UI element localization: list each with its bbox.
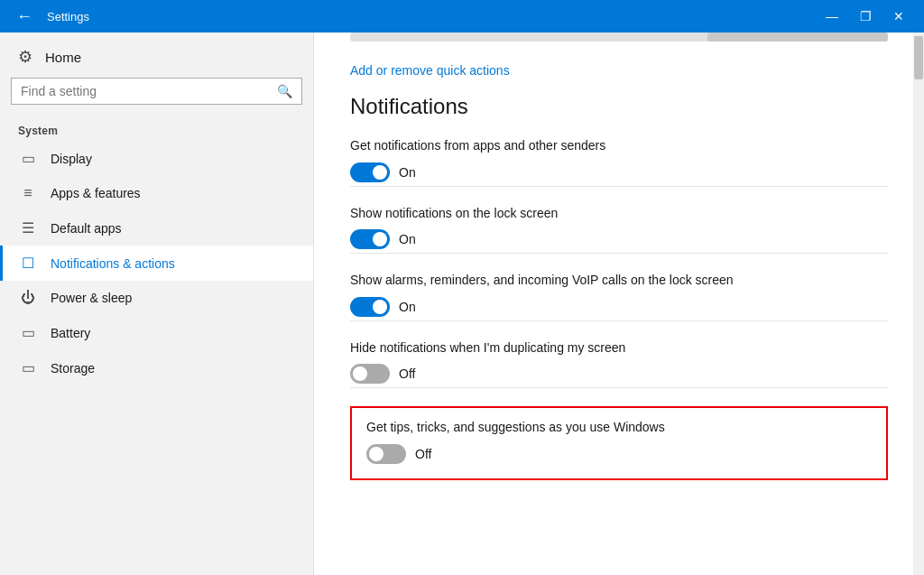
toggle-state-1: On (399, 232, 416, 246)
divider-0 (350, 186, 888, 187)
restore-button[interactable]: ❐ (851, 7, 881, 25)
scrollbar-thumb[interactable] (914, 36, 923, 79)
divider-1 (350, 253, 888, 254)
toggle-row-4: Off (366, 444, 872, 464)
toggle-hide-duplicating[interactable] (350, 364, 390, 384)
divider-2 (350, 320, 888, 321)
battery-icon: ▭ (18, 324, 38, 341)
divider-3 (350, 387, 888, 388)
search-icon: 🔍 (277, 84, 292, 98)
search-input[interactable] (21, 84, 270, 98)
setting-label-3: Hide notifications when I'm duplicating … (350, 339, 888, 357)
toggle-row-0: On (350, 162, 888, 182)
setting-notifications-lock-screen: Show notifications on the lock screen On (350, 205, 888, 255)
toggle-lock-screen[interactable] (350, 229, 390, 249)
sidebar-item-display[interactable]: ▭ Display (0, 141, 313, 176)
sidebar-item-label: Display (51, 152, 92, 166)
sidebar-item-label: Battery (51, 326, 90, 340)
app-title: Settings (47, 10, 808, 23)
sidebar-item-storage[interactable]: ▭ Storage (0, 350, 313, 385)
toggle-state-4: Off (415, 447, 431, 461)
toggle-notifications-from-apps[interactable] (350, 162, 390, 182)
toggle-state-3: Off (399, 366, 415, 381)
sidebar-section-system: System (0, 117, 313, 141)
home-label: Home (45, 50, 81, 65)
toggle-state-2: On (399, 300, 416, 314)
setting-label-1: Show notifications on the lock screen (350, 205, 888, 223)
toggle-alarms[interactable] (350, 297, 390, 317)
section-title: Notifications (350, 94, 888, 119)
setting-label-2: Show alarms, reminders, and incoming VoI… (350, 272, 888, 290)
setting-hide-duplicating: Hide notifications when I'm duplicating … (350, 339, 888, 389)
setting-label-0: Get notifications from apps and other se… (350, 137, 888, 155)
scrollbar-track[interactable] (913, 32, 924, 575)
setting-label-4: Get tips, tricks, and suggestions as you… (366, 419, 872, 437)
search-box: 🔍 (11, 78, 302, 105)
sidebar-item-label: Power & sleep (51, 291, 132, 305)
toggle-state-0: On (399, 165, 416, 180)
titlebar: ← Settings — ❐ ✕ (0, 0, 924, 32)
notifications-icon: ☐ (18, 255, 38, 272)
setting-notifications-from-apps: Get notifications from apps and other se… (350, 137, 888, 187)
sidebar-item-notifications[interactable]: ☐ Notifications & actions (0, 246, 313, 281)
app-body: ⚙ Home 🔍 System ▭ Display ≡ Apps & featu… (0, 32, 924, 575)
sidebar-item-label: Default apps (51, 221, 122, 236)
main-content: Add or remove quick actions Notification… (314, 32, 924, 575)
sidebar-item-default-apps[interactable]: ☰ Default apps (0, 210, 313, 246)
sidebar-item-battery[interactable]: ▭ Battery (0, 315, 313, 350)
default-apps-icon: ☰ (18, 219, 38, 236)
sidebar-item-home[interactable]: ⚙ Home (0, 32, 313, 78)
toggle-row-3: Off (350, 364, 888, 384)
display-icon: ▭ (18, 150, 38, 167)
home-icon: ⚙ (18, 47, 32, 67)
setting-tips-tricks-highlighted: Get tips, tricks, and suggestions as you… (350, 406, 888, 480)
minimize-button[interactable]: — (817, 7, 847, 25)
close-button[interactable]: ✕ (884, 7, 913, 25)
sidebar-item-label: Apps & features (51, 186, 141, 200)
power-icon: ⏻ (18, 290, 38, 306)
apps-icon: ≡ (18, 185, 38, 201)
back-button[interactable]: ← (11, 5, 38, 28)
toggle-tips-tricks[interactable] (366, 444, 406, 464)
setting-alarms-lock-screen: Show alarms, reminders, and incoming VoI… (350, 272, 888, 321)
toggle-row-1: On (350, 229, 888, 249)
content-area: Add or remove quick actions Notification… (314, 49, 924, 516)
toggle-row-2: On (350, 297, 888, 317)
storage-icon: ▭ (18, 359, 38, 376)
sidebar-item-apps-features[interactable]: ≡ Apps & features (0, 176, 313, 210)
window-controls: — ❐ ✕ (817, 7, 913, 25)
sidebar-item-power-sleep[interactable]: ⏻ Power & sleep (0, 281, 313, 315)
sidebar: ⚙ Home 🔍 System ▭ Display ≡ Apps & featu… (0, 32, 314, 575)
sidebar-item-label: Notifications & actions (51, 256, 175, 271)
sidebar-item-label: Storage (51, 361, 95, 376)
quick-actions-link[interactable]: Add or remove quick actions (350, 49, 888, 94)
